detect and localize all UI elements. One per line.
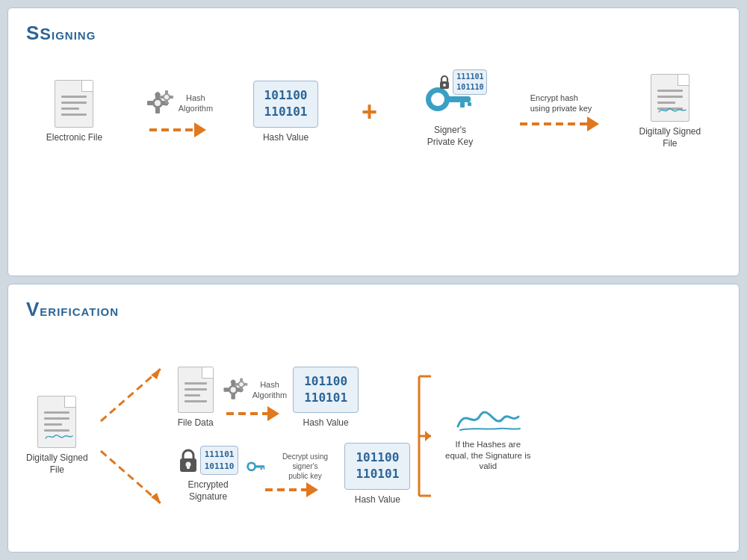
hash-algo-label: HashAlgorithm [179,93,213,114]
svg-point-15 [443,84,446,87]
bracket-icon [416,369,437,503]
signed-file-label: Digitally SignedFile [639,126,701,149]
svg-point-1 [155,100,161,106]
svg-point-9 [164,95,169,99]
small-lock-icon [438,75,451,90]
diagonal-arrows [97,361,172,511]
svg-rect-36 [240,387,243,391]
file-data-col: File Data [178,367,214,429]
verif-signature-squiggle [44,431,74,441]
electronic-file-icon [55,80,93,128]
signature-squiggle [657,105,687,115]
hash-value-bottom-label: Hash Value [355,494,400,506]
private-key-col: 111101 101110 Signer'sPri [420,75,480,148]
svg-rect-13 [170,96,173,99]
svg-rect-11 [165,100,168,104]
verification-title: Verification [26,298,721,321]
gear-icon [143,87,176,119]
verification-content: Digitally SignedFile [26,329,721,541]
doc-signature [657,105,683,115]
plus-sign: + [362,96,377,128]
hash-box-signing: 101100 110101 [253,81,319,128]
verif-gear-icon [220,375,249,405]
verification-panel: Verification Digitally SignedFile [7,284,740,553]
decrypt-key-icon [244,456,268,476]
verif-hash-algo-label: HashAlgorithm [252,379,287,401]
svg-rect-19 [460,102,465,108]
private-key-label: Signer'sPrivate Key [427,125,473,148]
verif-arrow-top [226,406,279,421]
svg-rect-44 [255,465,265,467]
verif-signed-file-icon [37,396,76,448]
svg-rect-45 [261,468,262,470]
enc-sig-icon: 111101 101110 [178,446,239,475]
svg-marker-24 [151,493,161,503]
svg-rect-18 [447,96,471,102]
decrypt-label: Decrypt using signer'spublic key [271,452,338,481]
svg-rect-38 [244,383,247,386]
diag-arrow-down [97,444,172,511]
svg-line-21 [101,369,161,421]
gear-label-row: HashAlgorithm [143,87,213,119]
electronic-file-col: Electronic File [46,80,102,144]
enc-hash-box: 111101 101110 [453,69,487,95]
encrypt-arrow-col: Encrypt hashusing private key [520,93,599,132]
verif-middle: File Data [178,367,411,506]
lock-icon [178,448,199,473]
svg-rect-37 [235,383,239,386]
hash-value-top-label: Hash Value [303,417,349,429]
hash-value-col: 101100 110101 Hash Value [253,81,319,143]
svg-rect-41 [187,464,190,469]
svg-rect-29 [223,388,229,391]
svg-rect-20 [468,102,471,106]
decrypt-col: Decrypt using signer'spublic key [244,452,338,497]
svg-marker-51 [425,431,431,441]
signing-title: SSigning [26,22,721,45]
signing-row: Electronic File [26,52,721,172]
electronic-file-label: Electronic File [46,132,102,144]
encrypted-hash-overlay: 111101 101110 [438,69,487,95]
encrypted-sig-col: 111101 101110 Encrypted Signature [178,446,239,503]
verif-top-row: File Data [178,367,411,429]
signed-file-icon [651,74,689,122]
svg-line-23 [101,451,161,503]
svg-rect-3 [155,108,160,113]
hash-value-bottom-col: 101100 110101 Hash Value [344,443,410,505]
file-data-icon [178,367,214,413]
enc-sig-label: Encrypted Signature [179,479,238,503]
svg-point-43 [249,464,254,469]
hash-algo-arrow: HashAlgorithm [143,87,213,137]
encrypt-label: Encrypt hashusing private key [530,93,592,114]
svg-rect-12 [160,96,164,99]
svg-point-26 [230,387,235,392]
svg-rect-46 [264,468,265,470]
svg-point-34 [239,382,243,386]
result-col: If the Hashes are equal, the Signature i… [443,400,533,473]
key-with-overlay: 111101 101110 [420,75,480,120]
diag-arrow-up [97,361,172,429]
result-signature-icon [454,400,521,435]
result-label: If the Hashes are equal, the Signature i… [443,439,533,473]
verif-arrow-bottom [265,482,318,497]
svg-rect-28 [231,393,235,399]
arrow-1 [149,122,206,137]
verif-signed-file-col: Digitally SignedFile [26,396,88,476]
verif-bottom-row: 111101 101110 Encrypted Signature [178,443,411,505]
arrow-2 [520,116,599,131]
verif-hash-algo: HashAlgorithm [220,375,287,421]
signed-file-col: Digitally SignedFile [639,74,701,149]
hash-box-verif-bottom: 101100 110101 [344,443,410,490]
svg-rect-4 [147,101,153,105]
hash-value-top-col: 101100 110101 Hash Value [293,367,359,429]
svg-marker-22 [151,369,161,379]
verif-doc-signature [44,431,69,441]
svg-rect-35 [240,378,243,382]
verif-signed-file-label: Digitally SignedFile [26,452,88,476]
enc-sig-digits: 111101 101110 [200,446,239,475]
signing-panel: SSigning Electronic File [7,7,740,276]
hash-box-verif-top: 101100 110101 [293,367,359,414]
bracket-col [416,369,437,503]
file-data-label: File Data [178,417,214,429]
svg-rect-10 [165,90,168,94]
hash-value-label: Hash Value [263,132,309,144]
